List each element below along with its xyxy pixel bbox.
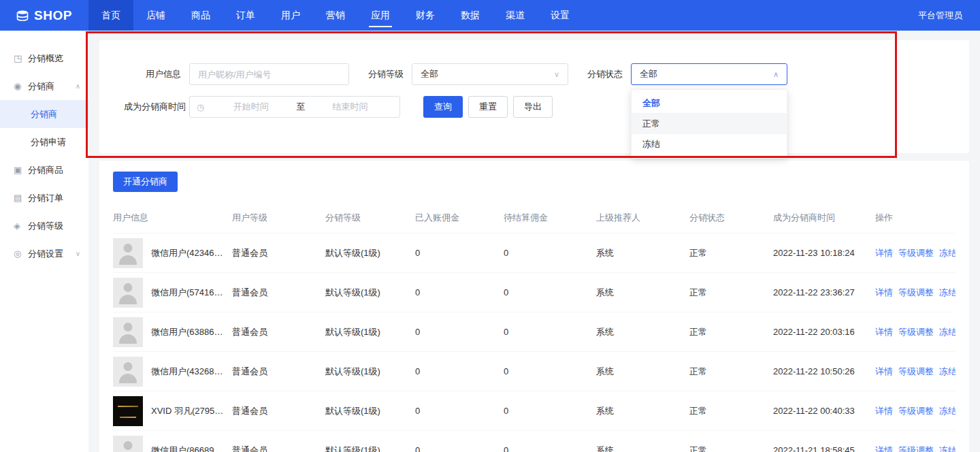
user-info-cell: 微信用户(42346257) [113, 238, 232, 268]
nav-item[interactable]: 店铺 [133, 0, 178, 31]
sidebar-item[interactable]: ▣分销商品 [0, 156, 88, 184]
action-link[interactable]: 冻结资格 [939, 445, 956, 452]
dropdown-option[interactable]: 冻结 [632, 134, 787, 155]
table-cell: 0 [415, 366, 504, 376]
action-link[interactable]: 详情 [875, 405, 893, 417]
table-cell: 普通会员 [232, 287, 325, 299]
action-link[interactable]: 等级调整 [898, 326, 934, 338]
nav-item[interactable]: 设置 [538, 0, 583, 31]
column-header: 待结算佣金 [504, 212, 596, 224]
chevron-icon: ∨ [76, 250, 80, 257]
table-cell: 0 [415, 406, 504, 416]
filter-panel: 用户信息 分销等级 全部 ∨ 分销状态 全部 ∧ 全部正常冻结 [99, 40, 969, 153]
sidebar-item[interactable]: ◳分销概览 [0, 44, 88, 72]
action-link[interactable]: 等级调整 [898, 366, 934, 378]
date-range-picker[interactable]: ◷ 开始时间 至 结束时间 [189, 96, 400, 118]
dropdown-option[interactable]: 全部 [632, 93, 787, 114]
start-time-placeholder[interactable]: 开始时间 [208, 101, 293, 113]
clock-icon: ◷ [197, 102, 204, 112]
reset-button[interactable]: 重置 [468, 96, 508, 118]
table-cell: 正常 [689, 366, 773, 378]
table-row: 微信用户(43268682)普通会员默认等级(1级)00系统正常2022-11-… [113, 351, 956, 391]
sidebar-item[interactable]: ◎分销设置∨ [0, 240, 88, 268]
nav-item[interactable]: 营销 [313, 0, 358, 31]
table-cell: 默认等级(1级) [325, 287, 415, 299]
table-cell: 0 [504, 248, 596, 258]
column-header: 分销等级 [325, 212, 415, 224]
table-row: 微信用户(57416278)普通会员默认等级(1级)00系统正常2022-11-… [113, 272, 956, 312]
nav-item[interactable]: 财务 [403, 0, 448, 31]
column-header: 已入账佣金 [415, 212, 504, 224]
action-link[interactable]: 冻结资格 [939, 405, 956, 417]
action-link[interactable]: 冻结资格 [939, 247, 956, 259]
user-info-input[interactable] [189, 63, 349, 85]
nav-item[interactable]: 数据 [448, 0, 493, 31]
action-link[interactable]: 等级调整 [898, 287, 934, 299]
table-cell: 正常 [689, 405, 773, 417]
actions-cell: 详情等级调整冻结资格 [875, 287, 956, 299]
user-info-cell: 微信用户(43268682) [113, 357, 232, 387]
table-cell: 普通会员 [232, 445, 325, 452]
nav-item[interactable]: 订单 [223, 0, 268, 31]
table-cell: 0 [415, 445, 504, 452]
column-header: 操作 [875, 212, 956, 224]
nav-item[interactable]: 首页 [88, 0, 133, 31]
actions-cell: 详情等级调整冻结资格 [875, 247, 956, 259]
dropdown-option[interactable]: 正常 [632, 114, 787, 134]
table-cell: 正常 [689, 247, 773, 259]
action-link[interactable]: 详情 [875, 287, 893, 299]
status-select[interactable]: 全部 ∧ [631, 63, 787, 85]
table-cell: 0 [415, 327, 504, 337]
table-cell: 2022-11-22 20:03:16 [773, 327, 875, 337]
sidebar-subitem[interactable]: 分销商 [0, 100, 88, 128]
action-link[interactable]: 详情 [875, 326, 893, 338]
avatar [113, 238, 143, 268]
status-label: 分销状态 [587, 68, 631, 80]
nav-item[interactable]: 渠道 [493, 0, 538, 31]
table-cell: 0 [504, 327, 596, 337]
user-name: XVID 羽凡(27952400) [151, 405, 227, 417]
action-link[interactable]: 等级调整 [898, 445, 934, 452]
table-cell: 2022-11-22 00:40:33 [773, 406, 875, 416]
actions-cell: 详情等级调整冻结资格 [875, 405, 956, 417]
export-button[interactable]: 导出 [513, 96, 553, 118]
distributor-list-panel: 开通分销商 用户信息用户等级分销等级已入账佣金待结算佣金上级推荐人分销状态成为分… [99, 161, 969, 452]
user-name: 微信用户(43268682) [151, 366, 227, 378]
avatar [113, 436, 143, 452]
nav-item[interactable]: 商品 [178, 0, 223, 31]
action-link[interactable]: 等级调整 [898, 247, 934, 259]
user-info-label: 用户信息 [124, 68, 189, 80]
table-cell: 系统 [596, 326, 689, 338]
sidebar-item-label: 分销设置 [28, 248, 63, 260]
table-cell: 0 [504, 406, 596, 416]
search-button[interactable]: 查询 [423, 96, 463, 118]
sidebar-item[interactable]: ◈分销等级 [0, 212, 88, 240]
table-cell: 0 [415, 287, 504, 297]
top-user-label[interactable]: 平台管理员 [918, 0, 980, 31]
add-distributor-button[interactable]: 开通分销商 [113, 172, 178, 192]
nav-item[interactable]: 用户 [268, 0, 313, 31]
action-link[interactable]: 详情 [875, 247, 893, 259]
sidebar-item[interactable]: ▤分销订单 [0, 184, 88, 212]
table-cell: 正常 [689, 287, 773, 299]
sidebar-item[interactable]: ◉分销商∧ [0, 72, 88, 100]
user-name: 微信用户(57416278) [151, 287, 227, 299]
top-nav: 首页店铺商品订单用户营销应用财务数据渠道设置 [88, 0, 583, 31]
nav-item[interactable]: 应用 [358, 0, 403, 31]
table-cell: 默认等级(1级) [325, 366, 415, 378]
table-cell: 系统 [596, 247, 689, 259]
logo-text: SHOP [34, 8, 72, 23]
status-dropdown: 全部正常冻结 [631, 89, 787, 159]
table-cell: 默认等级(1级) [325, 405, 415, 417]
action-link[interactable]: 冻结资格 [939, 366, 956, 378]
level-select[interactable]: 全部 ∨ [412, 63, 568, 85]
table-row: 微信用户(42346257)普通会员默认等级(1级)00系统正常2022-11-… [113, 233, 956, 272]
action-link[interactable]: 冻结资格 [939, 326, 956, 338]
action-link[interactable]: 等级调整 [898, 405, 934, 417]
actions-cell: 详情等级调整冻结资格 [875, 445, 956, 452]
sidebar-subitem[interactable]: 分销申请 [0, 128, 88, 156]
action-link[interactable]: 详情 [875, 445, 893, 452]
action-link[interactable]: 冻结资格 [939, 287, 956, 299]
end-time-placeholder[interactable]: 结束时间 [308, 101, 393, 113]
action-link[interactable]: 详情 [875, 366, 893, 378]
